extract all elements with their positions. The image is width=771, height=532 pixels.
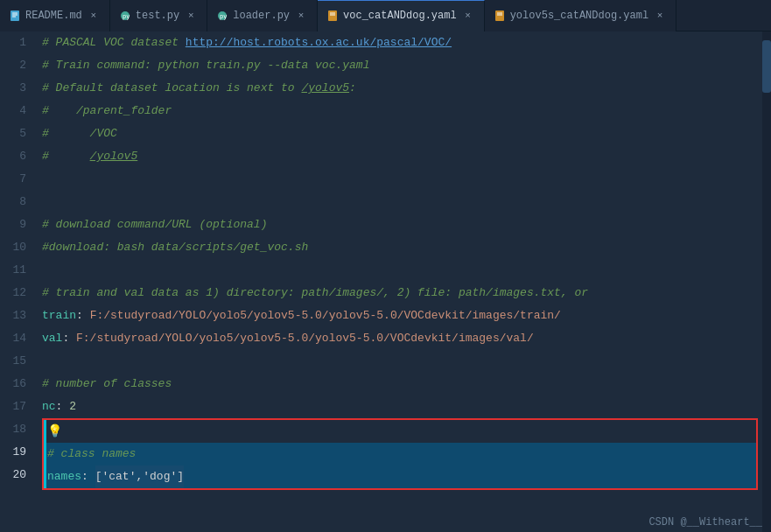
line-num-8: 8: [0, 191, 26, 214]
svg-text:py: py: [123, 13, 130, 20]
teal-indicator: [44, 420, 46, 488]
code-line-2: # Train command: python train.py --data …: [42, 54, 762, 77]
app-container: README.md × py test.py × py loader.py × …: [0, 0, 771, 532]
loader-icon: py: [216, 10, 228, 22]
tab-loader-label: loader.py: [233, 10, 290, 22]
tab-voc[interactable]: voc_catANDdog.yaml ×: [318, 0, 485, 32]
tab-readme-label: README.md: [25, 10, 82, 22]
voc-icon: [326, 10, 339, 22]
line-num-9: 9: [0, 214, 26, 236]
scrollbar-thumb[interactable]: [762, 40, 771, 93]
code-line-15: [42, 350, 762, 373]
code-line-17: nc: 2: [42, 396, 762, 418]
code-line-7: [42, 168, 762, 191]
tab-yolov5s[interactable]: yolov5s_catANDdog.yaml ×: [485, 0, 676, 32]
code-line-11: [42, 259, 762, 282]
code-line-12: # train and val data as 1) directory: pa…: [42, 282, 762, 304]
lightbulb-icon: 💡: [47, 420, 62, 443]
readme-icon: [9, 10, 21, 22]
line-num-16: 16: [0, 373, 26, 396]
scrollbar-track[interactable]: [762, 32, 771, 532]
highlight-box: 💡 # class names names: ['cat','dog']: [42, 418, 758, 490]
code-line-3: # Default dataset location is next to /y…: [42, 77, 762, 100]
tab-test[interactable]: py test.py ×: [110, 0, 207, 32]
line-num-4: 4: [0, 100, 26, 122]
line-num-2: 2: [0, 54, 26, 77]
code-line-4: # /parent_folder: [42, 100, 762, 122]
svg-rect-11: [495, 10, 504, 21]
code-line-8: [42, 191, 762, 214]
line-num-19: 19: [0, 441, 26, 464]
tab-yolov5s-close[interactable]: ×: [653, 9, 667, 23]
line-num-5: 5: [0, 122, 26, 145]
svg-rect-8: [328, 10, 337, 21]
svg-rect-0: [11, 10, 19, 21]
tab-yolov5s-label: yolov5s_catANDdog.yaml: [510, 10, 648, 22]
line-num-18: 18: [0, 418, 26, 441]
line-num-14: 14: [0, 327, 26, 350]
yolov5s-icon: [494, 10, 506, 22]
code-line-9: # download command/URL (optional): [42, 214, 762, 236]
tab-bar: README.md × py test.py × py loader.py × …: [0, 0, 771, 32]
editor: 1 2 3 4 5 6 7 8 9 10 11 12 13 14 15 16 1…: [0, 32, 771, 532]
tab-loader[interactable]: py loader.py ×: [207, 0, 318, 32]
tab-readme[interactable]: README.md ×: [0, 0, 110, 32]
line-num-17: 17: [0, 396, 26, 418]
code-content[interactable]: # PASCAL VOC dataset http://host.robots.…: [33, 32, 762, 532]
code-line-10: #download: bash data/scripts/get_voc.sh: [42, 236, 762, 259]
line-num-13: 13: [0, 304, 26, 327]
code-line-13: train: F:/studyroad/YOLO/yolo5/yolov5-5.…: [42, 304, 762, 327]
tab-voc-label: voc_catANDdog.yaml: [343, 10, 457, 22]
line-num-12: 12: [0, 282, 26, 304]
code-line-14: val: F:/studyroad/YOLO/yolo5/yolov5-5.0/…: [42, 327, 762, 350]
line-num-3: 3: [0, 77, 26, 100]
tab-readme-close[interactable]: ×: [87, 9, 101, 23]
line-num-15: 15: [0, 350, 26, 373]
line-num-6: 6: [0, 145, 26, 168]
line-num-7: 7: [0, 168, 26, 191]
tab-voc-close[interactable]: ×: [461, 9, 475, 23]
line-num-20: 20: [0, 464, 26, 486]
line-num-10: 10: [0, 236, 26, 259]
code-line-1: # PASCAL VOC dataset http://host.robots.…: [42, 32, 762, 54]
code-line-16: # number of classes: [42, 373, 762, 396]
watermark: CSDN @__Witheart__: [640, 513, 771, 532]
code-line-18: 💡: [44, 420, 756, 443]
tab-loader-close[interactable]: ×: [294, 9, 308, 23]
code-line-20: names: ['cat','dog']: [44, 466, 756, 488]
line-num-11: 11: [0, 259, 26, 282]
code-line-5: # /VOC: [42, 122, 762, 145]
tab-test-close[interactable]: ×: [184, 9, 198, 23]
line-numbers: 1 2 3 4 5 6 7 8 9 10 11 12 13 14 15 16 1…: [0, 32, 33, 532]
code-line-19: # class names: [44, 443, 756, 466]
test-icon: py: [119, 10, 131, 22]
tab-test-label: test.py: [136, 10, 179, 22]
line-num-1: 1: [0, 32, 26, 54]
svg-text:py: py: [220, 13, 227, 20]
code-line-6: # /yolov5: [42, 145, 762, 168]
